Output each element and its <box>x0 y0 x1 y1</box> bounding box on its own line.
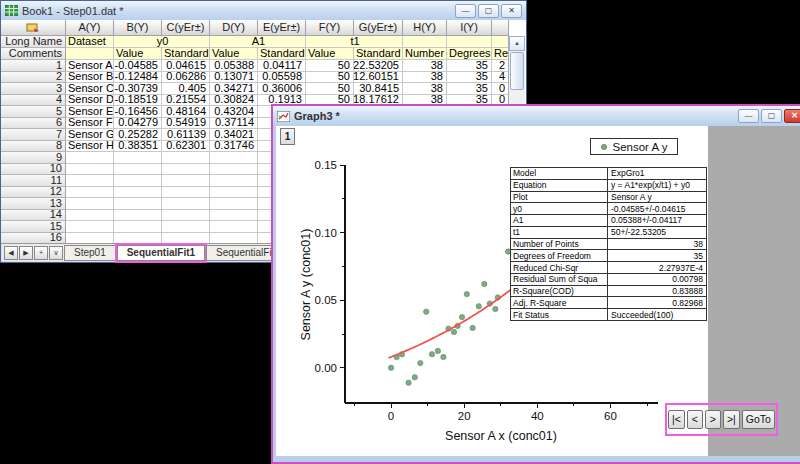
cell[interactable] <box>210 187 258 199</box>
fit-stats-table[interactable]: ModelExpGro1Equationy = A1*exp(x/t1) + y… <box>510 167 707 321</box>
cell[interactable]: 0.38351 <box>114 141 162 153</box>
data-point[interactable] <box>418 360 423 365</box>
long-name-cell[interactable]: t1 <box>306 36 403 48</box>
column-header[interactable]: H(Y) <box>403 20 447 36</box>
comments-cell[interactable]: Degrees of <box>447 48 492 60</box>
data-point[interactable] <box>429 352 434 357</box>
cell[interactable] <box>114 198 162 210</box>
cell[interactable]: 0.06286 <box>162 72 210 84</box>
row-header[interactable]: 5 <box>1 106 66 118</box>
cell[interactable]: 0 <box>492 83 509 95</box>
long-name-cell[interactable] <box>447 36 492 48</box>
row-header[interactable]: 11 <box>1 175 66 187</box>
plot-nav-button[interactable]: >| <box>723 410 740 429</box>
row-header[interactable]: 14 <box>1 210 66 222</box>
plot-nav-button[interactable]: < <box>687 410 703 429</box>
cell[interactable]: 0.05598 <box>258 72 306 84</box>
cell[interactable]: 35 <box>447 60 492 72</box>
cell[interactable] <box>210 164 258 176</box>
cell[interactable] <box>66 221 114 233</box>
column-header[interactable]: B(Y) <box>114 20 162 36</box>
column-header[interactable]: D(Y) <box>210 20 258 36</box>
comments-cell[interactable]: Standard E <box>354 48 403 60</box>
column-header[interactable]: C(yEr±) <box>162 20 210 36</box>
goto-button[interactable]: GoTo <box>742 410 775 429</box>
comments-cell[interactable] <box>66 48 114 60</box>
comments-cell[interactable]: Value <box>114 48 162 60</box>
cell[interactable]: 38 <box>403 83 447 95</box>
cell[interactable] <box>162 175 210 187</box>
scroll-up-icon[interactable]: ▲ <box>509 36 525 51</box>
cell[interactable] <box>162 187 210 199</box>
data-point[interactable] <box>441 354 446 359</box>
sheet-tab-sequentialfit1[interactable]: SequentialFit1 <box>117 245 205 261</box>
cell[interactable] <box>114 152 162 164</box>
cell[interactable]: Sensor A y <box>66 60 114 72</box>
cell[interactable]: 2 <box>492 60 509 72</box>
long-name-row-header[interactable]: Long Name <box>1 36 66 48</box>
cell[interactable] <box>210 198 258 210</box>
cell[interactable]: -0.04585 <box>114 60 162 72</box>
cell[interactable]: 0.04117 <box>258 60 306 72</box>
cell[interactable]: -0.18519 <box>114 95 162 107</box>
cell[interactable]: 4 <box>492 72 509 84</box>
cell[interactable]: 0.04279 <box>114 118 162 130</box>
row-header[interactable]: 3 <box>1 83 66 95</box>
cell[interactable]: 0.25282 <box>114 129 162 141</box>
row-header[interactable]: 15 <box>1 221 66 233</box>
long-name-cell[interactable]: y0 <box>114 36 210 48</box>
cell[interactable]: Sensor F y <box>66 118 114 130</box>
cell[interactable]: 50 <box>306 83 354 95</box>
column-header[interactable] <box>492 20 509 36</box>
cell[interactable]: 35 <box>447 72 492 84</box>
cell[interactable] <box>66 175 114 187</box>
comments-cell[interactable]: Number of <box>403 48 447 60</box>
tab-nav-icon[interactable]: ∨ <box>49 246 63 260</box>
cell[interactable] <box>114 210 162 222</box>
comments-cell[interactable]: Re <box>492 48 509 60</box>
row-header[interactable]: 2 <box>1 72 66 84</box>
cell[interactable] <box>114 164 162 176</box>
cell[interactable] <box>66 198 114 210</box>
column-header[interactable]: A(Y) <box>66 20 114 36</box>
worksheet-minimize-button[interactable]: — <box>455 4 476 18</box>
graph-close-button[interactable]: ✕ <box>784 109 800 123</box>
cell[interactable]: 0.61139 <box>162 129 210 141</box>
cell[interactable] <box>66 152 114 164</box>
comments-cell[interactable]: Value <box>210 48 258 60</box>
sheet-tab-step01[interactable]: Step01 <box>64 245 116 261</box>
cell[interactable]: 0.30824 <box>210 95 258 107</box>
long-name-cell[interactable]: Dataset <box>66 36 114 48</box>
cell[interactable]: Sensor E y <box>66 106 114 118</box>
column-header[interactable]: F(Y) <box>306 20 354 36</box>
row-header[interactable]: 12 <box>1 187 66 199</box>
cell[interactable]: Sensor H y <box>66 141 114 153</box>
graph-page[interactable]: 02040600.000.050.100.15 Sensor A y (conc… <box>276 126 708 456</box>
cell[interactable]: 0.34021 <box>210 129 258 141</box>
row-header[interactable]: 4 <box>1 95 66 107</box>
cell[interactable]: 22.53205 <box>354 60 403 72</box>
cell[interactable] <box>162 152 210 164</box>
row-header[interactable]: 1 <box>1 60 66 72</box>
row-header[interactable]: 7 <box>1 129 66 141</box>
data-point[interactable] <box>482 281 487 286</box>
worksheet-close-button[interactable]: ✕ <box>501 4 522 18</box>
cell[interactable]: Sensor C y <box>66 83 114 95</box>
plot-nav-button[interactable]: > <box>705 410 721 429</box>
row-header[interactable]: 8 <box>1 141 66 153</box>
long-name-cell[interactable] <box>492 36 509 48</box>
data-point[interactable] <box>424 309 429 314</box>
worksheet-titlebar[interactable]: Book1 - Step01.dat * — ▢ ✕ <box>1 1 526 20</box>
data-point[interactable] <box>451 329 456 334</box>
cell[interactable]: 0.34271 <box>210 83 258 95</box>
cell[interactable] <box>162 198 210 210</box>
cell[interactable] <box>66 210 114 222</box>
cell[interactable]: 0.31746 <box>210 141 258 153</box>
tab-nav-icon[interactable]: ▶ <box>19 246 33 260</box>
cell[interactable]: 0.48164 <box>162 106 210 118</box>
cell[interactable] <box>66 164 114 176</box>
cell[interactable] <box>210 221 258 233</box>
cell[interactable] <box>162 164 210 176</box>
cell[interactable]: 0.05388 <box>210 60 258 72</box>
graph-restore-button[interactable]: ▢ <box>761 109 782 123</box>
